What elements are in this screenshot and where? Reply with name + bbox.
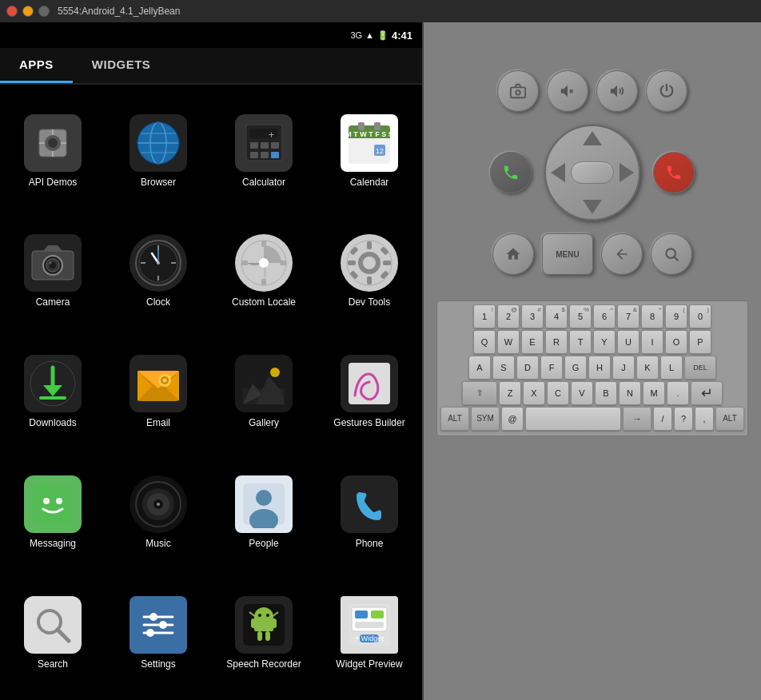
kb-key-q[interactable]: Q: [473, 330, 496, 354]
kb-key-s[interactable]: S: [492, 356, 515, 380]
kb-key-u[interactable]: U: [617, 330, 639, 354]
dpad-up[interactable]: [583, 131, 602, 145]
dpad-down[interactable]: [583, 200, 602, 214]
kb-key-arrow[interactable]: →: [623, 407, 651, 431]
kb-key-x[interactable]: X: [523, 381, 545, 405]
app-item-calendar[interactable]: M T W T F S S 12 Calendar: [317, 91, 422, 212]
kb-key-n[interactable]: N: [619, 381, 641, 405]
kb-key-period[interactable]: .: [667, 381, 689, 405]
kb-key-alt-left[interactable]: ALT: [440, 407, 469, 431]
svg-point-102: [159, 621, 167, 629]
kb-key-h[interactable]: H: [588, 356, 611, 380]
app-item-custom-locale[interactable]: Custom Locale: [211, 212, 317, 332]
menu-button[interactable]: MENU: [542, 233, 593, 275]
kb-key-e[interactable]: E: [521, 330, 544, 354]
kb-key-8[interactable]: *8: [641, 304, 663, 328]
kb-key-a[interactable]: A: [468, 356, 491, 380]
camera-button[interactable]: [497, 70, 539, 112]
svg-point-123: [516, 90, 520, 95]
app-item-music[interactable]: Music: [106, 452, 211, 573]
maximize-button[interactable]: [38, 6, 50, 17]
kb-key-sym[interactable]: SYM: [471, 407, 500, 431]
app-item-gallery[interactable]: Gallery: [211, 332, 317, 453]
kb-key-2[interactable]: @2: [497, 304, 520, 328]
app-item-settings[interactable]: Settings: [106, 573, 211, 694]
kb-key-c[interactable]: C: [547, 381, 569, 405]
kb-key-3[interactable]: #3: [521, 304, 544, 328]
call-button[interactable]: [490, 152, 532, 193]
kb-key-0[interactable]: )0: [689, 304, 711, 328]
kb-key-w[interactable]: W: [497, 330, 520, 354]
app-item-widget-preview[interactable]: + Widget Widget Preview: [317, 573, 422, 694]
kb-key-1[interactable]: !1: [473, 304, 496, 328]
app-item-clock[interactable]: Clock: [106, 212, 211, 332]
app-item-calculator[interactable]: + Calculator: [211, 91, 317, 212]
kb-key-6[interactable]: ^6: [593, 304, 616, 328]
app-item-camera[interactable]: Camera: [0, 212, 106, 332]
kb-key-at[interactable]: @: [501, 407, 524, 431]
app-item-phone[interactable]: Phone: [317, 452, 422, 573]
kb-key-g[interactable]: G: [564, 356, 587, 380]
app-item-messaging[interactable]: Messaging: [0, 452, 106, 573]
power-button[interactable]: [646, 70, 687, 112]
app-item-email[interactable]: Email: [106, 332, 211, 453]
kb-key-question[interactable]: ?: [674, 407, 693, 431]
kb-key-p[interactable]: P: [689, 330, 711, 354]
kb-key-k[interactable]: K: [636, 356, 659, 380]
kb-key-alt-right[interactable]: ALT: [715, 407, 744, 431]
kb-key-shift[interactable]: ⇧: [462, 381, 497, 405]
volume-up-button[interactable]: [596, 70, 638, 112]
app-item-dev-tools[interactable]: Dev Tools: [317, 212, 422, 332]
app-icon-email: [129, 355, 187, 412]
kb-key-slash[interactable]: /: [653, 407, 672, 431]
phone-frame: 3G ▲ 🔋 4:41 APPS WIDGETS: [0, 22, 424, 700]
search-ctrl-button[interactable]: [651, 233, 692, 275]
kb-key-r[interactable]: R: [545, 330, 568, 354]
tab-widgets[interactable]: WIDGETS: [73, 48, 170, 83]
dpad-right[interactable]: [620, 163, 634, 182]
svg-rect-119: [355, 622, 384, 628]
kb-key-4[interactable]: $4: [545, 304, 568, 328]
svg-rect-19: [250, 152, 258, 158]
kb-key-l[interactable]: L: [660, 356, 683, 380]
app-item-people[interactable]: People: [211, 452, 317, 573]
kb-key-f[interactable]: F: [540, 356, 563, 380]
tab-apps[interactable]: APPS: [0, 48, 73, 83]
app-item-api-demos[interactable]: API Demos: [0, 91, 106, 212]
kb-key-enter[interactable]: ↵: [691, 381, 723, 405]
kb-key-space[interactable]: [525, 407, 621, 431]
minimize-button[interactable]: [22, 6, 34, 17]
kb-key-j[interactable]: J: [612, 356, 635, 380]
app-icon-calendar: M T W T F S S 12: [341, 114, 398, 172]
kb-key-5[interactable]: %5: [569, 304, 592, 328]
kb-key-9[interactable]: (9: [665, 304, 687, 328]
app-item-search[interactable]: Search: [0, 573, 106, 694]
svg-text:+: +: [268, 129, 273, 141]
app-icon-api-demos: [24, 114, 82, 172]
kb-key-i[interactable]: I: [641, 330, 663, 354]
kb-key-t[interactable]: T: [569, 330, 592, 354]
end-call-button[interactable]: [653, 152, 695, 193]
kb-key-z[interactable]: Z: [499, 381, 521, 405]
close-button[interactable]: [6, 6, 18, 17]
back-button[interactable]: [601, 233, 643, 275]
kb-key-b[interactable]: B: [595, 381, 617, 405]
app-item-gestures[interactable]: Gestures Builder: [317, 332, 422, 453]
app-item-browser[interactable]: Browser: [106, 91, 211, 212]
kb-key-y[interactable]: Y: [593, 330, 616, 354]
home-button[interactable]: [492, 233, 534, 275]
app-item-downloads[interactable]: Downloads: [0, 332, 106, 453]
kb-key-comma[interactable]: ,: [695, 407, 714, 431]
dpad-center[interactable]: [571, 161, 614, 184]
kb-key-v[interactable]: V: [571, 381, 593, 405]
app-icon-browser: [129, 114, 187, 172]
kb-key-del[interactable]: DEL: [684, 356, 716, 380]
kb-key-m[interactable]: M: [643, 381, 665, 405]
svg-point-89: [157, 503, 160, 506]
dpad-left[interactable]: [551, 163, 565, 182]
kb-key-o[interactable]: O: [665, 330, 687, 354]
kb-key-d[interactable]: D: [516, 356, 539, 380]
kb-key-7[interactable]: &7: [617, 304, 639, 328]
volume-down-button[interactable]: [547, 70, 588, 112]
app-item-speech[interactable]: Speech Recorder: [211, 573, 317, 694]
